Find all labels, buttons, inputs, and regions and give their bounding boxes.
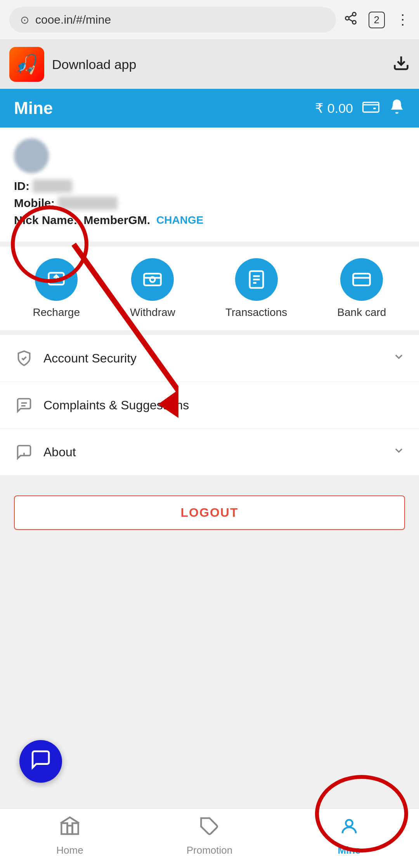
logout-area: LOGOUT — [0, 480, 419, 545]
id-value: 34***7 — [33, 179, 72, 193]
header-right: ₹ 0.00 — [315, 98, 405, 118]
nickname-label: Nick Name: — [14, 214, 77, 227]
svg-rect-22 — [61, 823, 67, 834]
avatar-area — [14, 138, 405, 173]
header: Mine ₹ 0.00 — [0, 89, 419, 128]
mine-label: Mine — [338, 844, 360, 856]
withdraw-button[interactable]: Withdraw — [130, 258, 175, 319]
bankcard-label: Bank card — [337, 306, 386, 319]
logout-button[interactable]: LOGOUT — [14, 495, 405, 530]
nickname-value: MemberGM. — [83, 214, 150, 227]
nav-mine[interactable]: Mine — [310, 816, 388, 856]
shield-icon — [14, 348, 34, 368]
header-title: Mine — [14, 98, 53, 118]
svg-point-2 — [352, 21, 356, 24]
nav-promotion[interactable]: Promotion — [171, 816, 248, 856]
profile-id-row: ID: 34***7 — [14, 179, 405, 193]
share-icon[interactable] — [344, 11, 358, 29]
svg-line-3 — [348, 19, 352, 21]
svg-point-26 — [346, 820, 352, 827]
profile-card: ID: 34***7 Mobile: ***0724*** Nick Name:… — [0, 128, 419, 242]
promotion-icon — [199, 816, 220, 841]
app-title: Download app — [52, 57, 385, 72]
svg-point-0 — [352, 12, 356, 16]
transactions-circle — [235, 258, 278, 301]
withdraw-circle — [131, 258, 174, 301]
home-label: Home — [56, 844, 83, 856]
transactions-button[interactable]: Transactions — [225, 258, 287, 319]
mobile-value: ***0724*** — [58, 197, 117, 210]
withdraw-label: Withdraw — [130, 306, 175, 319]
chat-fab-button[interactable] — [19, 740, 62, 783]
url-text: cooe.in/#/mine — [35, 13, 111, 26]
change-nickname-button[interactable]: CHANGE — [156, 214, 203, 226]
wallet-icon[interactable] — [362, 100, 379, 117]
bottom-nav: Home Promotion Mine — [0, 808, 419, 868]
chevron-down-icon — [393, 350, 405, 366]
transactions-label: Transactions — [225, 306, 287, 319]
app-icon-emoji: 🎣 — [15, 53, 38, 75]
recharge-button[interactable]: Recharge — [33, 258, 80, 319]
tab-count[interactable]: 2 — [369, 12, 385, 28]
about-item[interactable]: About — [0, 429, 419, 475]
home-icon — [60, 816, 80, 841]
nav-home[interactable]: Home — [31, 816, 109, 856]
svg-line-4 — [348, 15, 352, 17]
promotion-label: Promotion — [187, 844, 233, 856]
bankcard-button[interactable]: Bank card — [337, 258, 386, 319]
download-icon[interactable] — [393, 54, 410, 75]
browser-bar: ⊙ cooe.in/#/mine 2 ⋮ — [0, 0, 419, 40]
bell-icon[interactable] — [389, 98, 405, 118]
svg-rect-6 — [363, 102, 379, 112]
id-label: ID: — [14, 179, 29, 192]
balance-display: ₹ 0.00 — [315, 100, 353, 116]
more-icon[interactable]: ⋮ — [396, 12, 410, 28]
mobile-label: Mobile: — [14, 197, 55, 209]
bankcard-circle — [340, 258, 383, 301]
svg-point-1 — [345, 16, 349, 20]
svg-rect-9 — [144, 274, 161, 285]
svg-rect-16 — [353, 274, 370, 285]
chat-icon — [14, 395, 34, 415]
url-icon: ⊙ — [20, 14, 29, 26]
complaints-item[interactable]: Complaints & Suggestions — [0, 382, 419, 429]
mine-icon — [339, 816, 359, 841]
empty-space — [0, 550, 419, 666]
app-download-bar: 🎣 Download app — [0, 40, 419, 89]
svg-rect-24 — [73, 823, 78, 834]
recharge-label: Recharge — [33, 306, 80, 319]
account-security-item[interactable]: Account Security — [0, 335, 419, 382]
account-security-text: Account Security — [43, 351, 383, 366]
avatar — [14, 138, 49, 173]
about-text: About — [43, 445, 383, 459]
profile-mobile-row: Mobile: ***0724*** — [14, 197, 405, 210]
profile-nickname-row: Nick Name: MemberGM. CHANGE — [14, 214, 405, 227]
info-icon — [14, 442, 34, 462]
action-buttons: Recharge Withdraw Transactions — [0, 246, 419, 330]
complaints-text: Complaints & Suggestions — [43, 398, 405, 412]
url-bar[interactable]: ⊙ cooe.in/#/mine — [9, 7, 336, 33]
about-chevron-icon — [393, 444, 405, 460]
menu-list: Account Security Complaints & Suggestion… — [0, 335, 419, 475]
recharge-circle — [35, 258, 78, 301]
browser-icons: 2 ⋮ — [344, 11, 410, 29]
app-icon: 🎣 — [9, 47, 44, 82]
chat-fab-icon — [30, 749, 52, 775]
